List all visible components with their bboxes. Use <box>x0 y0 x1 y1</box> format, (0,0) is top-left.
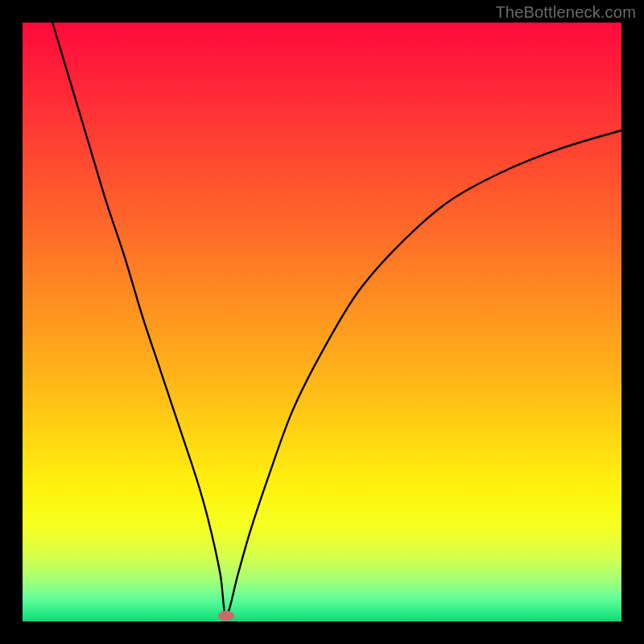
optimal-point-marker <box>218 610 234 621</box>
bottleneck-curve <box>23 23 621 621</box>
plot-area <box>23 23 621 621</box>
chart-frame: TheBottleneck.com <box>0 0 644 644</box>
watermark-text: TheBottleneck.com <box>495 3 636 22</box>
